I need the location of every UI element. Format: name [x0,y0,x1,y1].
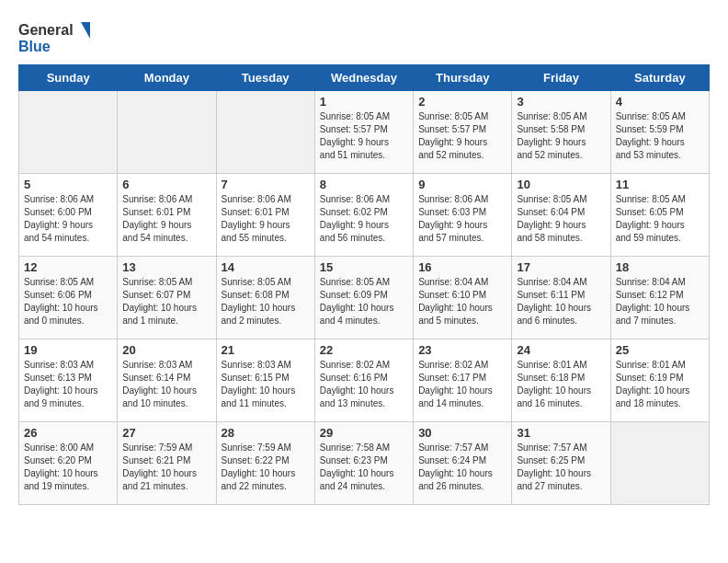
logo: GeneralBlue [18,18,101,55]
day-cell: 31Sunrise: 7:57 AM Sunset: 6:25 PM Dayli… [512,422,610,505]
svg-text:General: General [18,22,74,38]
day-info: Sunrise: 8:01 AM Sunset: 6:19 PM Dayligh… [616,359,704,410]
day-cell: 11Sunrise: 8:05 AM Sunset: 6:05 PM Dayli… [610,174,709,257]
day-info: Sunrise: 7:59 AM Sunset: 6:22 PM Dayligh… [222,442,310,493]
day-info: Sunrise: 7:58 AM Sunset: 6:23 PM Dayligh… [320,442,408,493]
day-cell: 10Sunrise: 8:05 AM Sunset: 6:04 PM Dayli… [512,174,610,257]
day-number: 11 [616,178,704,191]
day-info: Sunrise: 8:03 AM Sunset: 6:15 PM Dayligh… [222,359,310,410]
week-row-4: 19Sunrise: 8:03 AM Sunset: 6:13 PM Dayli… [19,339,710,422]
calendar-header: SundayMondayTuesdayWednesdayThursdayFrid… [19,65,710,91]
day-cell: 18Sunrise: 8:04 AM Sunset: 6:12 PM Dayli… [610,257,709,339]
day-cell: 5Sunrise: 8:06 AM Sunset: 6:00 PM Daylig… [19,174,118,257]
day-cell: 17Sunrise: 8:04 AM Sunset: 6:11 PM Dayli… [512,257,610,339]
day-number: 25 [616,343,704,357]
day-info: Sunrise: 8:06 AM Sunset: 6:03 PM Dayligh… [418,193,506,245]
day-cell: 8Sunrise: 8:06 AM Sunset: 6:02 PM Daylig… [314,174,413,257]
calendar-body: 1Sunrise: 8:05 AM Sunset: 5:57 PM Daylig… [19,91,710,505]
day-info: Sunrise: 8:01 AM Sunset: 6:18 PM Dayligh… [517,359,605,410]
day-info: Sunrise: 8:00 AM Sunset: 6:20 PM Dayligh… [24,442,112,493]
day-cell: 27Sunrise: 7:59 AM Sunset: 6:21 PM Dayli… [118,422,216,505]
day-info: Sunrise: 8:04 AM Sunset: 6:12 PM Dayligh… [616,276,704,327]
day-cell: 14Sunrise: 8:05 AM Sunset: 6:08 PM Dayli… [216,257,314,339]
day-cell: 9Sunrise: 8:06 AM Sunset: 6:03 PM Daylig… [414,174,512,257]
day-info: Sunrise: 7:57 AM Sunset: 6:24 PM Dayligh… [418,442,506,493]
day-number: 16 [418,260,506,274]
day-info: Sunrise: 8:05 AM Sunset: 6:04 PM Dayligh… [517,193,605,245]
svg-marker-2 [81,22,90,39]
day-number: 8 [320,178,408,191]
day-info: Sunrise: 8:06 AM Sunset: 6:01 PM Dayligh… [122,193,210,245]
day-info: Sunrise: 8:05 AM Sunset: 6:08 PM Dayligh… [222,276,310,327]
day-info: Sunrise: 8:06 AM Sunset: 6:01 PM Dayligh… [222,193,310,245]
day-info: Sunrise: 8:02 AM Sunset: 6:16 PM Dayligh… [320,359,408,410]
day-number: 10 [517,178,605,191]
day-info: Sunrise: 7:59 AM Sunset: 6:21 PM Dayligh… [122,442,210,493]
day-number: 18 [616,260,704,274]
day-number: 24 [517,343,605,357]
day-cell: 4Sunrise: 8:05 AM Sunset: 5:59 PM Daylig… [610,91,709,174]
day-cell: 6Sunrise: 8:06 AM Sunset: 6:01 PM Daylig… [118,174,216,257]
day-info: Sunrise: 8:05 AM Sunset: 6:06 PM Dayligh… [24,276,112,327]
day-number: 22 [320,343,408,357]
day-info: Sunrise: 8:03 AM Sunset: 6:13 PM Dayligh… [24,359,112,410]
header-cell-friday: Friday [512,65,610,91]
day-cell: 29Sunrise: 7:58 AM Sunset: 6:23 PM Dayli… [314,422,413,505]
calendar-table: SundayMondayTuesdayWednesdayThursdayFrid… [18,64,710,505]
week-row-5: 26Sunrise: 8:00 AM Sunset: 6:20 PM Dayli… [19,422,710,505]
header-row: SundayMondayTuesdayWednesdayThursdayFrid… [19,65,710,91]
day-cell: 21Sunrise: 8:03 AM Sunset: 6:15 PM Dayli… [216,339,314,422]
day-number: 28 [222,426,310,440]
header-cell-sunday: Sunday [19,65,118,91]
day-number: 2 [418,95,506,109]
day-info: Sunrise: 8:05 AM Sunset: 6:05 PM Dayligh… [616,193,704,245]
day-number: 14 [222,260,310,274]
svg-text:Blue: Blue [18,39,51,54]
day-info: Sunrise: 8:06 AM Sunset: 6:00 PM Dayligh… [24,193,112,245]
day-number: 20 [122,343,210,357]
day-cell: 22Sunrise: 8:02 AM Sunset: 6:16 PM Dayli… [314,339,413,422]
day-number: 30 [418,426,506,440]
day-cell: 7Sunrise: 8:06 AM Sunset: 6:01 PM Daylig… [216,174,314,257]
day-info: Sunrise: 8:05 AM Sunset: 6:07 PM Dayligh… [122,276,210,327]
day-number: 9 [418,178,506,191]
day-info: Sunrise: 8:05 AM Sunset: 6:09 PM Dayligh… [320,276,408,327]
day-info: Sunrise: 8:02 AM Sunset: 6:17 PM Dayligh… [418,359,506,410]
day-number: 27 [122,426,210,440]
day-cell [216,91,314,174]
week-row-1: 1Sunrise: 8:05 AM Sunset: 5:57 PM Daylig… [19,91,710,174]
day-number: 26 [24,426,112,440]
day-cell [118,91,216,174]
day-number: 3 [517,95,605,109]
header-cell-saturday: Saturday [610,65,709,91]
day-cell: 28Sunrise: 7:59 AM Sunset: 6:22 PM Dayli… [216,422,314,505]
day-number: 29 [320,426,408,440]
day-number: 12 [24,260,112,274]
day-cell: 26Sunrise: 8:00 AM Sunset: 6:20 PM Dayli… [19,422,118,505]
day-cell: 13Sunrise: 8:05 AM Sunset: 6:07 PM Dayli… [118,257,216,339]
day-number: 21 [222,343,310,357]
day-cell [610,422,709,505]
page-header: GeneralBlue [18,18,710,55]
day-info: Sunrise: 7:57 AM Sunset: 6:25 PM Dayligh… [517,442,605,493]
day-number: 13 [122,260,210,274]
day-cell: 19Sunrise: 8:03 AM Sunset: 6:13 PM Dayli… [19,339,118,422]
day-info: Sunrise: 8:05 AM Sunset: 5:57 PM Dayligh… [418,110,506,162]
header-cell-tuesday: Tuesday [216,65,314,91]
day-number: 31 [517,426,605,440]
day-number: 19 [24,343,112,357]
week-row-2: 5Sunrise: 8:06 AM Sunset: 6:00 PM Daylig… [19,174,710,257]
day-cell: 23Sunrise: 8:02 AM Sunset: 6:17 PM Dayli… [414,339,512,422]
day-cell: 30Sunrise: 7:57 AM Sunset: 6:24 PM Dayli… [414,422,512,505]
day-info: Sunrise: 8:05 AM Sunset: 5:59 PM Dayligh… [616,110,704,162]
day-cell: 20Sunrise: 8:03 AM Sunset: 6:14 PM Dayli… [118,339,216,422]
day-info: Sunrise: 8:04 AM Sunset: 6:11 PM Dayligh… [517,276,605,327]
day-cell: 16Sunrise: 8:04 AM Sunset: 6:10 PM Dayli… [414,257,512,339]
day-cell: 2Sunrise: 8:05 AM Sunset: 5:57 PM Daylig… [414,91,512,174]
day-cell: 25Sunrise: 8:01 AM Sunset: 6:19 PM Dayli… [610,339,709,422]
day-cell: 1Sunrise: 8:05 AM Sunset: 5:57 PM Daylig… [314,91,413,174]
day-info: Sunrise: 8:04 AM Sunset: 6:10 PM Dayligh… [418,276,506,327]
day-cell [19,91,118,174]
day-number: 5 [24,178,112,191]
day-number: 6 [122,178,210,191]
